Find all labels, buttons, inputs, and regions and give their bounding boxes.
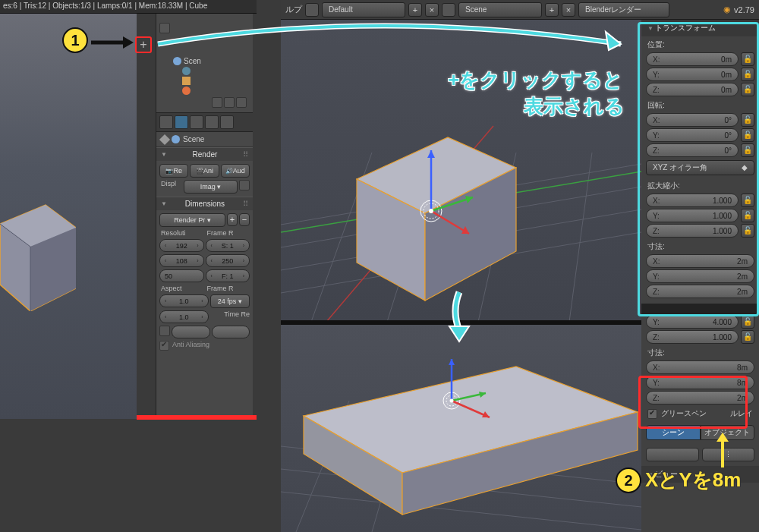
preset-remove-button[interactable]: − [239,213,250,226]
time-remap-new[interactable] [212,326,250,338]
svg-point-26 [429,209,433,213]
scene-icon[interactable] [442,3,455,17]
version-label: v2.79 [734,5,754,14]
location-x-field[interactable]: X:0m [646,52,739,66]
lamp-icon [182,87,191,95]
rotation-mode-select[interactable]: XYZ オイラー角◆ [646,160,754,175]
scene-breadcrumb: Scene [183,135,204,143]
dimensions-label-2: 寸法: [641,345,759,360]
svg-point-43 [450,399,454,403]
annotation-arrow-1 [90,33,135,52]
lock-scale-z[interactable]: 🔓 [741,224,754,238]
scene-small-icon [172,135,180,143]
n-panel: トランスフォーム 位置: X:0m🔓 Y:0m🔓 Z:0m🔓 回転: X:0°🔓… [641,20,759,532]
prop-tab-render[interactable] [159,115,173,129]
render-preset-select[interactable]: Render Pr ▾ [159,213,225,227]
transform-panel-header[interactable]: トランスフォーム [641,20,759,36]
prop-tab-world[interactable] [205,115,219,129]
annotation-up-arrow [713,431,732,469]
frame-start-field[interactable]: ‹S: 1› [206,239,250,252]
scale-y-field[interactable]: Y:1.000 [646,209,739,222]
dim-z-field-2[interactable]: Z:2m [646,391,754,405]
scene-add-button[interactable]: + [545,3,559,17]
render-panel-header[interactable]: Render⠿ [156,148,253,161]
view-panel-header[interactable]: ビュー [641,466,759,483]
location-label: 位置: [641,36,759,52]
outliner-cube-row[interactable] [173,76,250,86]
help-menu[interactable]: ルプ [285,4,302,15]
dim-y-field[interactable]: Y:2m [646,269,754,283]
rotation-z-field[interactable]: Z:0° [646,143,739,157]
scale-x-field[interactable]: X:1.000 [646,194,739,207]
scale-label: 拡大縮小: [641,178,759,193]
lock-scale-y-2[interactable]: 🔓 [741,315,754,329]
fps-select[interactable]: 24 fps ▾ [210,294,250,308]
lock-scale-x[interactable]: 🔓 [741,194,754,207]
prop-tab-scene[interactable] [190,115,203,129]
grease-pencil-checkbox[interactable] [647,409,657,419]
aspect-y-field[interactable]: ‹1.0› [159,310,209,323]
border-toggle[interactable] [159,326,170,336]
scale-y-field-2[interactable]: Y:4.000 [646,315,739,329]
annotation-underline [137,415,257,420]
lock-rot-x[interactable]: 🔓 [741,113,754,127]
annotation-step-2-badge: 2 [616,467,641,493]
anti-aliasing-checkbox[interactable] [159,341,169,351]
res-pct-field[interactable]: 50 [159,269,204,282]
lock-rot-z[interactable]: 🔓 [741,143,754,157]
layout-add-button[interactable]: + [408,3,422,17]
frame-step-field[interactable]: ‹F: 1› [206,269,250,282]
eye-icon[interactable] [212,97,222,108]
dimensions-label: 寸法: [641,238,759,253]
properties-tabs [156,112,253,132]
viewport-bottom-svg [281,325,641,532]
audio-button[interactable]: 🔊Aud [221,164,250,178]
aspect-label: Aspect [159,285,204,292]
dimensions-panel-header[interactable]: Dimensions⠿ [156,197,253,210]
lock-icon[interactable] [239,180,250,190]
svg-marker-38 [449,359,455,365]
lock-scale-y[interactable]: 🔓 [741,209,754,222]
res-y-field[interactable]: ‹108› [159,254,204,267]
layout-icon[interactable] [305,3,319,17]
dim-z-field[interactable]: Z:2m [646,285,754,298]
gp-scene-tab[interactable]: シーン [646,425,701,440]
rotation-y-field[interactable]: Y:0° [646,128,739,142]
location-y-field[interactable]: Y:0m [646,68,739,81]
gp-layer-button[interactable] [646,448,699,461]
lock-loc-x[interactable]: 🔓 [741,52,754,66]
prop-tab-render-layers[interactable] [175,115,188,129]
3d-viewport-bottom[interactable] [281,325,641,532]
location-z-field[interactable]: Z:0m [646,83,739,96]
cube-icon [182,77,191,85]
animation-button[interactable]: 🎬Ani [190,164,219,178]
display-select[interactable]: Imag ▾ [184,180,238,194]
layout-remove-button[interactable]: × [425,3,439,17]
expand-n-panel-button[interactable]: + [135,36,152,53]
outliner-lamp-row[interactable] [173,86,250,96]
frame-end-field[interactable]: ‹250› [206,254,250,267]
lock-loc-z[interactable]: 🔓 [741,83,754,96]
scene-remove-button[interactable]: × [562,3,575,17]
aspect-x-field[interactable]: ‹1.0› [159,294,209,307]
time-remap-old[interactable] [172,326,210,338]
scale-z-field-2[interactable]: Z:1.000 [646,330,739,344]
scale-z-field[interactable]: Z:1.000 [646,224,739,238]
cursor-icon[interactable] [224,97,235,108]
dim-x-field-2[interactable]: X:8m [646,360,754,374]
lock-scale-z-2[interactable]: 🔓 [741,330,754,344]
dim-x-field[interactable]: X:2m [646,254,754,268]
lock-rot-y[interactable]: 🔓 [741,128,754,142]
res-x-field[interactable]: ‹192› [159,239,204,252]
render-button[interactable]: 📷Re [159,164,188,178]
rotation-x-field[interactable]: X:0° [646,113,739,127]
camera-icon[interactable] [236,97,247,108]
annotation-curve-arrow [150,15,644,76]
dim-y-field-2[interactable]: Y:8m [646,376,754,389]
resolution-label: Resoluti [159,229,204,237]
left-3d-viewport[interactable] [0,0,137,419]
prop-tab-object[interactable] [220,115,234,129]
preset-add-button[interactable]: + [227,213,238,226]
lock-loc-y[interactable]: 🔓 [741,68,754,81]
pin-icon[interactable] [159,134,170,144]
